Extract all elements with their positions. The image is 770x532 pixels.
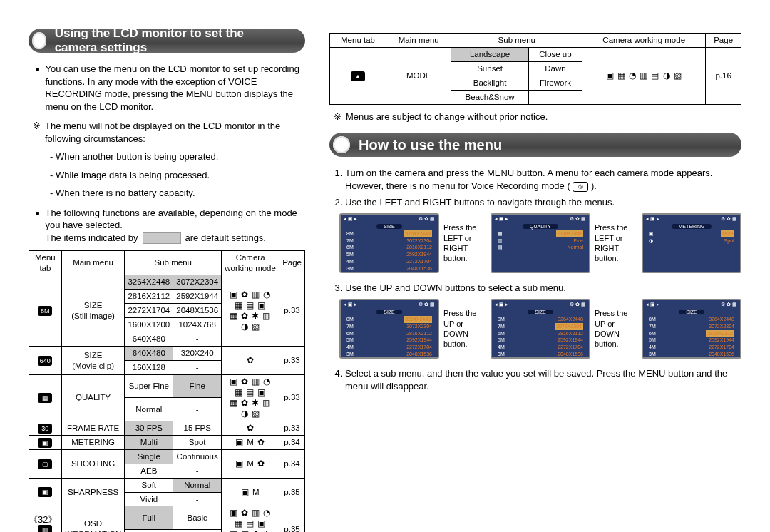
tab-icon-mode: ▲ — [351, 71, 365, 81]
note-item-3: - When there is no battery capacity. — [50, 187, 305, 200]
step-4: Select a sub menu, and then the value yo… — [345, 367, 741, 393]
voice-recording-icon: ◎ — [573, 182, 588, 192]
heading-dot-icon — [333, 136, 350, 153]
default-color-chip — [143, 232, 181, 244]
steps-list-cont: Use the UP and DOWN buttons to select a … — [329, 282, 741, 295]
tab-icon-metering: ▣ — [38, 438, 52, 448]
steps-list: Turn on the camera and press the MENU bu… — [329, 167, 741, 209]
tab-icon-framerate: 30 — [38, 424, 52, 434]
functions-intro: The following functions are available, d… — [36, 207, 305, 245]
left-menu-table: Menu tab Main menu Sub menu Camera worki… — [29, 250, 305, 532]
note-paragraph: The menu will not be displayed on the LC… — [33, 120, 305, 145]
tab-icon-sharpness: ▣ — [38, 487, 52, 497]
heading-lcd-settings: Using the LCD monitor to set the camera … — [29, 29, 305, 53]
note-item-1: - When another button is being operated. — [50, 150, 305, 163]
right-note: Menus are subject to change without prio… — [334, 111, 741, 123]
intro-paragraph: You can use the menu on the LCD monitor … — [36, 63, 305, 113]
tab-icon-640: 640 — [38, 356, 52, 366]
note-item-2: - While image data is being processed. — [50, 169, 305, 182]
tab-icon-shooting: ▢ — [38, 459, 52, 469]
defaults-pre: The items indicated by — [45, 232, 138, 245]
tab-icon-quality: ▦ — [38, 393, 52, 403]
right-menu-table: Menu tab Main menu Sub menu Camera worki… — [329, 33, 741, 105]
heading-how-to-use: How to use the menu — [329, 133, 741, 157]
steps-list-end: Select a sub menu, and then the value yo… — [329, 367, 741, 393]
right-column: Menu tab Main menu Sub menu Camera worki… — [329, 29, 741, 525]
heading-dot-icon — [32, 32, 46, 49]
step-2: Use the LEFT and RIGHT buttons to naviga… — [345, 196, 741, 209]
step-1: Turn on the camera and press the MENU bu… — [345, 167, 741, 193]
left-column: Using the LCD monitor to set the camera … — [29, 29, 305, 525]
step-3: Use the UP and DOWN buttons to select a … — [345, 282, 741, 295]
page-number: 《32》 — [29, 513, 57, 526]
defaults-post: are default settings. — [185, 232, 266, 245]
screens-row-leftright: ◂ ▣ ▸ ⚙ ✿ ▦ SIZE 8M3264X24487M3072X23046… — [339, 213, 741, 273]
screens-row-updown: ◂ ▣ ▸ ⚙ ✿ ▦ SIZE 8M3264X24487M3072X23046… — [339, 299, 741, 359]
tab-icon-8m: 8M — [38, 306, 52, 316]
